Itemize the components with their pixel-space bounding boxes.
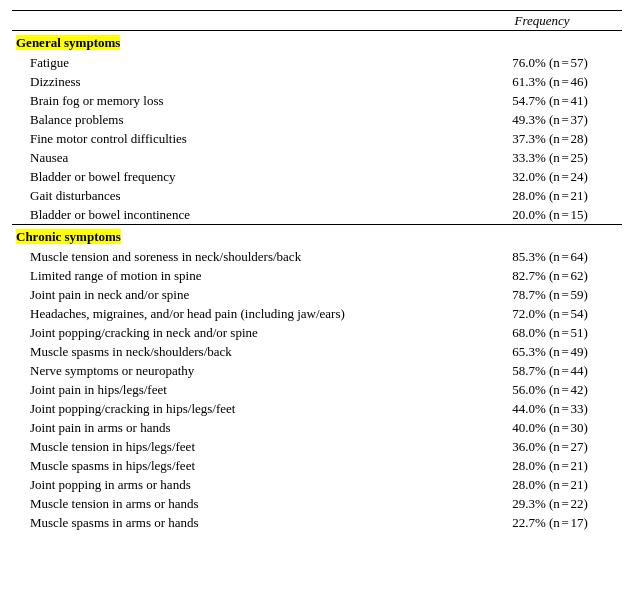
row-value: 36.0% (n = 27) xyxy=(462,437,622,456)
row-value: 28.0% (n = 21) xyxy=(462,475,622,494)
row-value: 54.7% (n = 41) xyxy=(462,91,622,110)
row-value: 82.7% (n = 62) xyxy=(462,266,622,285)
table-row: Nerve symptoms or neuropathy58.7% (n = 4… xyxy=(12,361,622,380)
row-label: Joint popping/cracking in neck and/or sp… xyxy=(12,323,462,342)
row-value: 72.0% (n = 54) xyxy=(462,304,622,323)
section-header-row: Chronic symptoms xyxy=(12,225,622,248)
row-value: 32.0% (n = 24) xyxy=(462,167,622,186)
row-label: Joint pain in neck and/or spine xyxy=(12,285,462,304)
row-value: 56.0% (n = 42) xyxy=(462,380,622,399)
table-row: Muscle tension and soreness in neck/shou… xyxy=(12,247,622,266)
row-value: 28.0% (n = 21) xyxy=(462,456,622,475)
row-label: Balance problems xyxy=(12,110,462,129)
row-value: 76.0% (n = 57) xyxy=(462,53,622,72)
row-value: 37.3% (n = 28) xyxy=(462,129,622,148)
table-row: Joint pain in arms or hands40.0% (n = 30… xyxy=(12,418,622,437)
row-label: Headaches, migraines, and/or head pain (… xyxy=(12,304,462,323)
section-label-general: General symptoms xyxy=(16,35,120,50)
table-row: Gait disturbances28.0% (n = 21) xyxy=(12,186,622,205)
row-label: Nerve symptoms or neuropathy xyxy=(12,361,462,380)
table-row: Muscle tension in arms or hands29.3% (n … xyxy=(12,494,622,513)
table-row: Brain fog or memory loss54.7% (n = 41) xyxy=(12,91,622,110)
row-label: Joint pain in hips/legs/feet xyxy=(12,380,462,399)
row-value: 33.3% (n = 25) xyxy=(462,148,622,167)
row-label: Dizziness xyxy=(12,72,462,91)
frequency-col-header: Frequency xyxy=(462,11,622,31)
row-value: 68.0% (n = 51) xyxy=(462,323,622,342)
row-label: Joint popping/cracking in hips/legs/feet xyxy=(12,399,462,418)
table-row: Nausea33.3% (n = 25) xyxy=(12,148,622,167)
row-label: Bladder or bowel frequency xyxy=(12,167,462,186)
row-value: 22.7% (n = 17) xyxy=(462,513,622,532)
table-row: Headaches, migraines, and/or head pain (… xyxy=(12,304,622,323)
table-row: Fine motor control difficulties37.3% (n … xyxy=(12,129,622,148)
row-value: 44.0% (n = 33) xyxy=(462,399,622,418)
row-value: 78.7% (n = 59) xyxy=(462,285,622,304)
table-row: Muscle spasms in neck/shoulders/back65.3… xyxy=(12,342,622,361)
row-value: 65.3% (n = 49) xyxy=(462,342,622,361)
table-row: Muscle spasms in arms or hands22.7% (n =… xyxy=(12,513,622,532)
row-value: 61.3% (n = 46) xyxy=(462,72,622,91)
row-label: Fine motor control difficulties xyxy=(12,129,462,148)
row-value: 58.7% (n = 44) xyxy=(462,361,622,380)
row-label: Muscle tension in hips/legs/feet xyxy=(12,437,462,456)
table-row: Joint popping/cracking in hips/legs/feet… xyxy=(12,399,622,418)
row-value: 49.3% (n = 37) xyxy=(462,110,622,129)
table-row: Limited range of motion in spine82.7% (n… xyxy=(12,266,622,285)
row-label: Fatigue xyxy=(12,53,462,72)
row-label: Brain fog or memory loss xyxy=(12,91,462,110)
row-label: Gait disturbances xyxy=(12,186,462,205)
row-label: Joint popping in arms or hands xyxy=(12,475,462,494)
table-row: Joint popping/cracking in neck and/or sp… xyxy=(12,323,622,342)
row-label: Muscle tension and soreness in neck/shou… xyxy=(12,247,462,266)
table-header: Frequency xyxy=(12,11,622,31)
table-row: Dizziness61.3% (n = 46) xyxy=(12,72,622,91)
row-label: Muscle tension in arms or hands xyxy=(12,494,462,513)
row-label: Muscle spasms in arms or hands xyxy=(12,513,462,532)
section-header-row: General symptoms xyxy=(12,31,622,54)
row-label: Limited range of motion in spine xyxy=(12,266,462,285)
table-row: Fatigue76.0% (n = 57) xyxy=(12,53,622,72)
table-row: Bladder or bowel frequency32.0% (n = 24) xyxy=(12,167,622,186)
table-row: Muscle spasms in hips/legs/feet28.0% (n … xyxy=(12,456,622,475)
symptom-col-header xyxy=(12,11,462,31)
table-row: Joint popping in arms or hands28.0% (n =… xyxy=(12,475,622,494)
row-value: 20.0% (n = 15) xyxy=(462,205,622,225)
section-label-chronic: Chronic symptoms xyxy=(16,229,121,244)
table-row: Muscle tension in hips/legs/feet36.0% (n… xyxy=(12,437,622,456)
row-value: 85.3% (n = 64) xyxy=(462,247,622,266)
row-value: 28.0% (n = 21) xyxy=(462,186,622,205)
row-label: Bladder or bowel incontinence xyxy=(12,205,462,225)
table-row: Bladder or bowel incontinence20.0% (n = … xyxy=(12,205,622,225)
table-row: Balance problems49.3% (n = 37) xyxy=(12,110,622,129)
row-label: Muscle spasms in neck/shoulders/back xyxy=(12,342,462,361)
row-value: 40.0% (n = 30) xyxy=(462,418,622,437)
row-label: Nausea xyxy=(12,148,462,167)
row-label: Muscle spasms in hips/legs/feet xyxy=(12,456,462,475)
table-row: Joint pain in neck and/or spine78.7% (n … xyxy=(12,285,622,304)
row-value: 29.3% (n = 22) xyxy=(462,494,622,513)
row-label: Joint pain in arms or hands xyxy=(12,418,462,437)
table-row: Joint pain in hips/legs/feet56.0% (n = 4… xyxy=(12,380,622,399)
